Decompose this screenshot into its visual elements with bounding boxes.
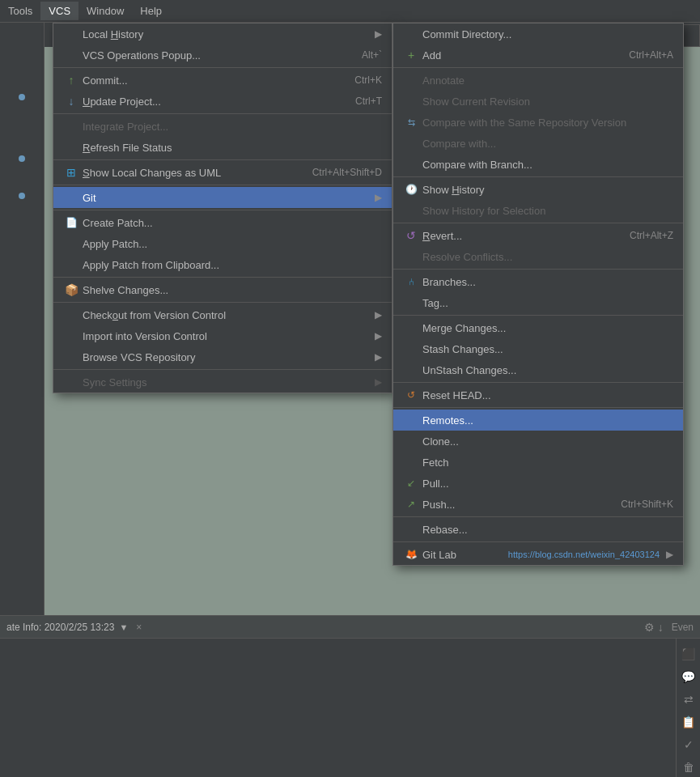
update-icon: ↓ [63, 95, 79, 108]
menu-apply-patch-clipboard[interactable]: Apply Patch from Clipboard... [53, 254, 392, 275]
menu-git[interactable]: Git ▶ [53, 187, 392, 208]
git-tag[interactable]: Tag... [393, 292, 683, 313]
git-remotes[interactable]: Remotes... [393, 410, 683, 431]
menu-show-local-changes[interactable]: ⊞ Show Local Changes as UML Ctrl+Alt+Shi… [53, 162, 392, 183]
sync-label: Sync Settings [83, 376, 368, 388]
git-commit-directory[interactable]: Commit Directory... [393, 23, 683, 45]
download-icon[interactable]: ↓ [658, 621, 664, 634]
menu-integrate-project: Integrate Project... [53, 116, 392, 137]
uml-icon: ⊞ [63, 166, 79, 179]
git-push[interactable]: ↗ Push... Ctrl+Shift+K [393, 494, 683, 515]
side-icon-6[interactable]: 🗑 [680, 758, 698, 776]
git-pull[interactable]: ↙ Pull... [393, 473, 683, 494]
git-clone-label: Clone... [422, 435, 673, 448]
bottom-panel-info: ate Info: 2020/2/25 13:23 [6, 622, 114, 633]
local-history-arrow: ▶ [375, 28, 382, 40]
menu-vcs-operations-popup[interactable]: VCS Operations Popup... Alt+` [53, 45, 392, 66]
refresh-label: Refresh File Status [83, 142, 382, 154]
side-icon-4[interactable]: 📋 [680, 713, 698, 731]
menu-vcs[interactable]: VCS [40, 2, 78, 20]
git-sep-9 [393, 541, 683, 542]
create-patch-label: Create Patch... [83, 217, 382, 229]
git-annotate: Annotate [393, 70, 683, 91]
git-pull-label: Pull... [422, 478, 673, 490]
menu-tools[interactable]: Tools [0, 2, 40, 20]
vcs-popup-shortcut: Alt+` [362, 49, 382, 61]
git-show-history[interactable]: 🕐 Show History [393, 179, 683, 200]
commit-shortcut: Ctrl+K [354, 74, 382, 86]
side-icon-1[interactable]: ⬛ [680, 645, 698, 663]
commit-icon: ↑ [63, 74, 79, 87]
import-arrow: ▶ [375, 330, 382, 342]
git-unstash-changes[interactable]: UnStash Changes... [393, 359, 683, 380]
git-sep-6 [393, 382, 683, 383]
git-resolve-conflicts: Resolve Conflicts... [393, 246, 683, 267]
separator-3 [53, 159, 392, 160]
checkout-label: Checkout from Version Control [83, 309, 368, 321]
git-merge-changes[interactable]: Merge Changes... [393, 317, 683, 338]
git-stash-changes[interactable]: Stash Changes... [393, 338, 683, 359]
git-gitlab[interactable]: 🦊 Git Lab https://blog.csdn.net/weixin_4… [393, 544, 683, 565]
git-branches[interactable]: ⑃ Branches... [393, 271, 683, 292]
menu-help[interactable]: Help [132, 2, 170, 20]
git-fetch[interactable]: Fetch [393, 452, 683, 473]
git-revert-shortcut: Ctrl+Alt+Z [630, 230, 673, 241]
menu-update-project[interactable]: ↓ Update Project... Ctrl+T [53, 91, 392, 112]
bottom-panel: ate Info: 2020/2/25 13:23 ▼ × ⚙ ↓ Even ⬛… [0, 615, 700, 777]
git-commit-dir-label: Commit Directory... [422, 28, 673, 40]
git-add[interactable]: + Add Ctrl+Alt+A [393, 45, 683, 66]
browse-label: Browse VCS Repository [83, 351, 368, 363]
git-revert[interactable]: ↺ Revert... Ctrl+Alt+Z [393, 225, 683, 246]
menu-browse-vcs[interactable]: Browse VCS Repository ▶ [53, 346, 392, 367]
gitlab-url[interactable]: https://blog.csdn.net/weixin_42403124 [508, 550, 660, 559]
git-reset-icon: ↺ [403, 389, 419, 401]
menu-apply-patch[interactable]: Apply Patch... [53, 233, 392, 254]
menu-create-patch[interactable]: 📄 Create Patch... [53, 212, 392, 233]
git-rebase-label: Rebase... [422, 524, 673, 536]
gutter-marker-1 [19, 94, 25, 100]
sync-arrow: ▶ [375, 376, 382, 388]
git-revert-icon: ↺ [403, 229, 419, 242]
menu-commit[interactable]: ↑ Commit... Ctrl+K [53, 70, 392, 91]
close-panel-btn[interactable]: × [136, 622, 142, 633]
git-annotate-label: Annotate [422, 74, 673, 87]
side-icon-3[interactable]: ⇄ [680, 690, 698, 708]
git-add-shortcut: Ctrl+Alt+A [629, 49, 673, 61]
side-icon-2[interactable]: 💬 [680, 668, 698, 686]
git-pull-icon: ↙ [403, 478, 419, 489]
side-icon-5[interactable]: ✓ [680, 736, 698, 754]
menu-shelve-changes[interactable]: 📦 Shelve Changes... [53, 279, 392, 300]
patch-icon: 📄 [63, 217, 79, 228]
git-revision-label: Show Current Revision [422, 96, 673, 108]
menu-checkout-vcs[interactable]: Checkout from Version Control ▶ [53, 304, 392, 325]
git-reset-head[interactable]: ↺ Reset HEAD... [393, 384, 683, 405]
git-sep-7 [393, 407, 683, 408]
git-compare-branch[interactable]: Compare with Branch... [393, 154, 683, 175]
bottom-panel-header: ate Info: 2020/2/25 13:23 ▼ × ⚙ ↓ Even [0, 616, 700, 639]
separator-8 [53, 369, 392, 370]
git-rebase[interactable]: Rebase... [393, 519, 683, 540]
import-label: Import into Version Control [83, 330, 368, 342]
git-submenu: Commit Directory... + Add Ctrl+Alt+A Ann… [392, 23, 684, 566]
git-compare-repo-icon: ⇆ [403, 117, 419, 128]
menu-import-vcs[interactable]: Import into Version Control ▶ [53, 325, 392, 346]
menu-local-history[interactable]: Local History ▶ [53, 23, 392, 45]
git-clone[interactable]: Clone... [393, 431, 683, 452]
vcs-dropdown-menu: Local History ▶ VCS Operations Popup... … [53, 23, 392, 393]
dropdown-arrow[interactable]: ▼ [119, 622, 128, 632]
git-add-icon: + [403, 49, 419, 62]
separator-1 [53, 67, 392, 68]
git-history-sel-label: Show History for Selection [422, 205, 673, 217]
menu-refresh-file-status[interactable]: Refresh File Status [53, 137, 392, 158]
shelve-icon: 📦 [63, 283, 79, 296]
menu-sync-settings: Sync Settings ▶ [53, 372, 392, 393]
git-compare-branch-label: Compare with Branch... [422, 159, 673, 171]
git-show-current-revision: Show Current Revision [393, 91, 683, 112]
gear-icon[interactable]: ⚙ [644, 621, 655, 634]
separator-7 [53, 302, 392, 303]
menu-window[interactable]: Window [78, 2, 132, 20]
checkout-arrow: ▶ [375, 309, 382, 321]
git-unstash-label: UnStash Changes... [422, 364, 673, 376]
git-push-shortcut: Ctrl+Shift+K [621, 499, 673, 510]
git-history-label: Show History [422, 184, 673, 196]
